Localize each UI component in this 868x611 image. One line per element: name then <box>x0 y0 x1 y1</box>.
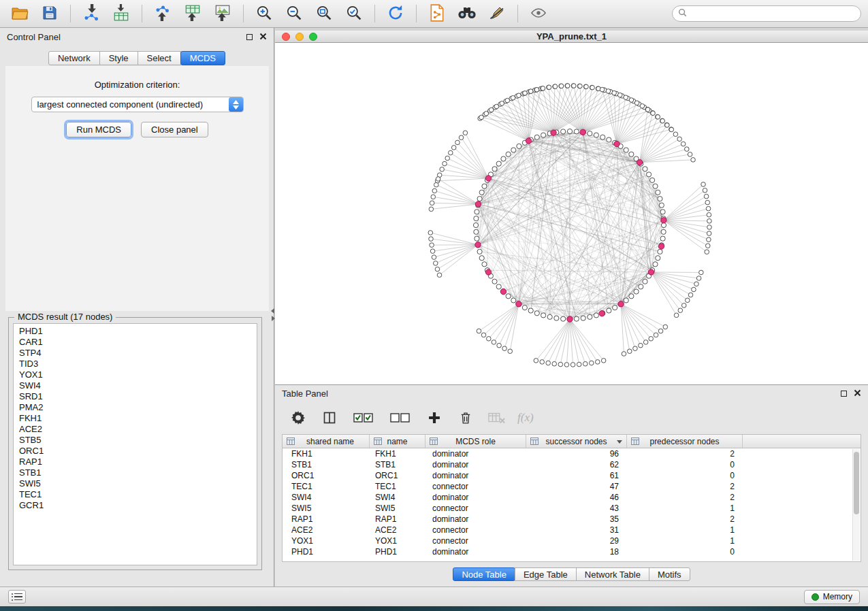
tab-network[interactable]: Network <box>48 51 100 65</box>
network-window-titlebar[interactable]: YPA_prune.txt_1 <box>275 31 868 43</box>
select-all-button[interactable] <box>350 407 377 429</box>
list-item[interactable]: ACE2 <box>14 424 257 435</box>
column-label: MCDS role <box>455 437 496 446</box>
deselect-all-button[interactable] <box>387 407 414 429</box>
zoom-in-button[interactable] <box>251 3 277 24</box>
table-row[interactable]: ACE2ACE2connector311 <box>283 525 861 535</box>
list-item[interactable]: STP4 <box>14 348 257 359</box>
table-row[interactable]: RAP1RAP1dominator352 <box>283 514 861 525</box>
search-input[interactable] <box>691 9 855 18</box>
column-header-name[interactable]: name <box>370 435 425 448</box>
column-header-shared-name[interactable]: shared name <box>283 435 370 448</box>
network-canvas[interactable] <box>275 43 868 384</box>
table-row[interactable]: FKH1FKH1dominator962 <box>283 448 861 459</box>
tab-motifs[interactable]: Motifs <box>649 567 690 581</box>
table-row[interactable]: YOX1YOX1connector291 <box>283 535 861 546</box>
open-session-button[interactable] <box>7 3 33 24</box>
close-panel-button[interactable]: Close panel <box>141 122 208 137</box>
desktop-background <box>0 606 868 611</box>
eye-icon <box>530 5 547 23</box>
column-label: successor nodes <box>545 437 607 446</box>
list-item[interactable]: CAR1 <box>14 337 257 348</box>
control-panel-tabs: Network Style Select MCDS <box>0 51 274 65</box>
show-columns-button[interactable] <box>319 407 340 429</box>
import-network-button[interactable] <box>78 3 104 24</box>
add-column-button[interactable] <box>423 407 445 429</box>
zoom-out-button[interactable] <box>281 3 307 24</box>
column-header-successor-nodes[interactable]: successor nodes <box>526 435 627 448</box>
column-type-icon <box>430 437 438 447</box>
zoom-selected-button[interactable] <box>341 3 367 24</box>
list-item[interactable]: PMA2 <box>14 402 257 413</box>
list-item[interactable]: STB5 <box>14 435 257 446</box>
columns-icon <box>323 411 336 425</box>
close-panel-icon[interactable] <box>259 32 267 42</box>
optimization-select[interactable]: largest connected component (undirected) <box>31 97 244 112</box>
table-panel-tabs: Node Table Edge Table Network Table Moti… <box>275 567 868 581</box>
column-header-predecessor-nodes[interactable]: predecessor nodes <box>627 435 743 448</box>
tab-node-table[interactable]: Node Table <box>453 567 515 581</box>
control-panel-titlebar: Control Panel <box>0 28 274 46</box>
run-mcds-button[interactable]: Run MCDS <box>66 122 131 137</box>
export-image-button[interactable] <box>210 3 236 24</box>
delete-columns-button[interactable] <box>455 407 477 429</box>
table-row[interactable]: SWI5SWI5connector431 <box>283 503 861 514</box>
zoom-out-icon <box>285 4 303 24</box>
search-field[interactable] <box>672 5 861 22</box>
table-row[interactable]: TEC1TEC1connector472 <box>283 481 861 492</box>
list-item[interactable]: ORC1 <box>14 446 257 457</box>
import-table-button[interactable] <box>108 3 134 24</box>
list-item[interactable]: PHD1 <box>14 326 257 337</box>
mcds-result-list[interactable]: PHD1 CAR1 STP4 TID3 YOX1 SWI4 SRD1 PMA2 … <box>13 323 257 565</box>
list-item[interactable]: YOX1 <box>14 369 257 380</box>
toolbar-separator <box>243 5 244 22</box>
hide-graphics-details-button[interactable] <box>484 3 510 24</box>
float-panel-icon[interactable] <box>841 391 847 397</box>
table-row[interactable]: STB1STB1dominator620 <box>283 459 861 470</box>
show-hide-eye-button[interactable] <box>526 3 551 24</box>
share-document-button[interactable] <box>424 3 450 24</box>
table-settings-button[interactable] <box>287 407 309 429</box>
sort-descending-icon[interactable] <box>617 440 622 444</box>
tab-network-table[interactable]: Network Table <box>576 567 649 581</box>
column-header-mcds-role[interactable]: MCDS role <box>425 435 526 448</box>
tab-edge-table[interactable]: Edge Table <box>515 567 577 581</box>
tab-mcds[interactable]: MCDS <box>180 51 225 65</box>
table-row[interactable]: SWI4SWI4dominator462 <box>283 492 861 503</box>
binoculars-icon <box>457 5 477 23</box>
list-item[interactable]: SWI5 <box>14 478 257 489</box>
close-panel-icon[interactable] <box>854 389 861 399</box>
mcds-tab-content: Optimization criterion: largest connecte… <box>5 66 269 311</box>
network-graph[interactable] <box>275 43 868 384</box>
tab-select[interactable]: Select <box>138 51 181 65</box>
list-item[interactable]: RAP1 <box>14 457 257 467</box>
refresh-view-button[interactable] <box>383 3 408 24</box>
table-row[interactable]: PHD1PHD1dominator180 <box>283 546 861 557</box>
table-row[interactable]: ORC1ORC1dominator610 <box>283 470 861 481</box>
memory-button[interactable]: Memory <box>804 590 860 604</box>
delete-table-icon <box>488 411 506 425</box>
tab-style[interactable]: Style <box>99 51 138 65</box>
scrollbar-thumb[interactable] <box>854 452 859 514</box>
node-table: shared name name MCDS role successo <box>282 434 861 562</box>
list-item[interactable]: GCR1 <box>14 500 257 511</box>
status-menu-button[interactable] <box>8 590 26 604</box>
search-icon <box>678 8 687 19</box>
list-item[interactable]: SWI4 <box>14 380 257 391</box>
save-session-button[interactable] <box>37 3 63 24</box>
list-item[interactable]: FKH1 <box>14 413 257 424</box>
main-toolbar <box>0 0 868 28</box>
list-item[interactable]: TID3 <box>14 359 257 369</box>
zoom-fit-button[interactable] <box>311 3 337 24</box>
table-panel-title: Table Panel <box>282 389 328 399</box>
list-item[interactable]: SRD1 <box>14 391 257 402</box>
binoculars-search-button[interactable] <box>454 3 480 24</box>
workspace: Control Panel Network Style Select MCDS … <box>0 28 868 587</box>
list-item[interactable]: TEC1 <box>14 489 257 500</box>
export-network-button[interactable] <box>150 3 176 24</box>
float-panel-icon[interactable] <box>246 34 253 40</box>
list-item[interactable]: STB1 <box>14 467 257 478</box>
export-table-button[interactable] <box>180 3 206 24</box>
table-scrollbar[interactable] <box>852 449 860 561</box>
select-stepper-icon <box>229 97 243 112</box>
